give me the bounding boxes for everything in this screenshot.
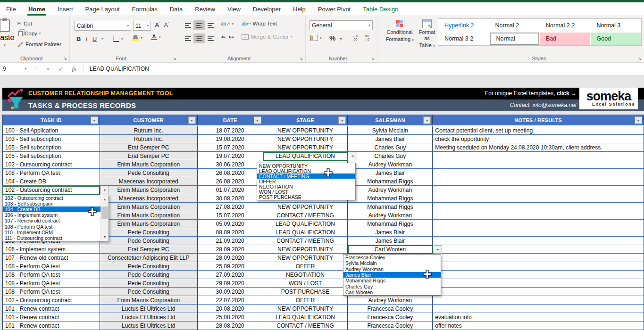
cell-date[interactable]: 27.08.2020 <box>198 203 263 211</box>
top-align-button[interactable] <box>182 20 193 30</box>
cell-salesman[interactable]: Charles Guy <box>348 143 433 152</box>
dropdown-option-103-sell-subscription[interactable]: 103 - Sell subscription <box>3 201 100 206</box>
cell-salesman[interactable]: Charles Guy <box>348 152 433 160</box>
cell-date[interactable]: 18.07.2020 <box>198 126 263 135</box>
conditional-formatting-button[interactable]: Conditional Formatting ▾ <box>384 19 415 43</box>
cell-stage[interactable]: LEAD QUALIFICATION <box>263 228 348 237</box>
cell-date[interactable]: 15.07.2020 <box>198 211 263 220</box>
dropdown-option-won-lost[interactable]: WON / LOST <box>257 190 355 195</box>
cell-stage[interactable]: NEW OPPORTUNITY <box>263 143 348 152</box>
cell-date[interactable]: 08.09.2020 <box>198 228 263 237</box>
cell-salesman[interactable]: Francesca Cooley <box>348 313 433 322</box>
cell-salesman[interactable]: Audrey Workman <box>348 211 433 220</box>
shrink-font-button[interactable]: Aˇ <box>164 22 169 28</box>
cell-salesman[interactable]: Mohammad Riggs <box>348 194 433 203</box>
scroll-down-icon[interactable]: ▼ <box>101 233 109 241</box>
paste-button[interactable]: Paste ▾ <box>0 19 16 47</box>
cell-date[interactable]: 25.09.2020 <box>198 262 263 271</box>
cell-stage[interactable]: WON / LOST <box>263 279 348 288</box>
dropdown-option-108-perform-qa-test[interactable]: 108 - Perform QA test <box>3 223 100 229</box>
cell-customer[interactable]: Maecenas Incorporated <box>100 177 198 186</box>
accounting-format-button[interactable]: ▾ <box>310 35 322 41</box>
cell-stage[interactable]: NEGOTIATION <box>263 271 348 279</box>
cell-customer[interactable]: Erat Semper PC <box>100 143 198 152</box>
cell-date[interactable]: 30.08.2020 <box>198 194 263 203</box>
cell-notes[interactable] <box>433 160 644 169</box>
cell-customer[interactable]: Erat Semper PC <box>100 245 198 254</box>
cell-style-normal-2-2[interactable]: Normal 2 2 <box>540 19 590 32</box>
someka-logo[interactable]: someka Excel Solutions <box>579 88 638 109</box>
ribbon-tab-insert[interactable]: Insert <box>51 2 79 16</box>
dropdown-option-charles-guy[interactable]: Charles Guy <box>343 283 441 289</box>
dropdown-option-110-implement-crm[interactable]: 110 - Implement CRM <box>3 230 100 235</box>
cell-stage[interactable]: NEW OPPORTUNITY <box>263 254 348 262</box>
enter-button[interactable]: ✓ <box>54 66 68 73</box>
ribbon-tab-power-pivot[interactable]: Power Pivot <box>312 2 357 16</box>
format-painter-button[interactable]: Format Painter <box>17 41 61 47</box>
cell-salesman[interactable]: Audrey Workman <box>348 160 433 169</box>
cell-task-id[interactable]: 101 - Renew contract <box>3 322 100 330</box>
cell-date[interactable]: 27.09.2020 <box>198 271 263 279</box>
dropdown-option-francesca-cooley[interactable]: Francesca Cooley <box>343 255 441 260</box>
cell-date[interactable]: 22.07.2020 <box>198 296 263 305</box>
cell-notes[interactable] <box>433 152 644 160</box>
dropdown-option-106-implement-system[interactable]: 106 - Implement system <box>3 212 100 218</box>
dropdown-option-mohammad-riggs[interactable]: Mohammad Riggs <box>343 278 441 283</box>
cell-date[interactable]: 28.08.2020 <box>198 322 263 330</box>
cell-salesman[interactable]: Audrey Workman <box>348 186 433 194</box>
cell-style-good[interactable]: Good <box>591 33 641 45</box>
cell-notes[interactable] <box>433 271 644 279</box>
fill-color-button[interactable]: ▾ <box>132 35 142 41</box>
cell-customer[interactable]: Pede Consulting <box>100 262 198 271</box>
cell-task-id[interactable]: 108 - Perform QA test <box>3 279 100 288</box>
scrollbar[interactable]: ▲ ▼ <box>100 195 109 241</box>
cell-notes[interactable] <box>433 220 644 228</box>
bottom-align-button[interactable] <box>205 20 216 30</box>
dropdown-option-lead-qualification[interactable]: LEAD QUALIFICATION <box>257 168 355 173</box>
cell-date[interactable]: 28.09.2020 <box>198 245 263 254</box>
grow-font-button[interactable]: Aˆ <box>155 21 160 29</box>
filter-button-notes[interactable]: ▼ <box>635 116 642 124</box>
cell-stage[interactable]: LEAD QUALIFICATION <box>263 220 348 228</box>
ribbon-tab-file[interactable]: File <box>0 2 22 16</box>
cancel-button[interactable]: × <box>42 66 54 73</box>
cell-stage[interactable]: LEAD QUALIFICATION <box>263 152 348 160</box>
cell-stage[interactable]: CONTACT / MEETING <box>263 322 348 330</box>
cell-date[interactable]: 26.08.2020 <box>198 177 263 186</box>
copy-button[interactable]: Copy ▾ <box>17 31 41 36</box>
cell-customer[interactable]: Enim Mauris Corporation <box>100 203 198 211</box>
filter-button-date[interactable]: ▼ <box>254 116 261 124</box>
middle-align-button[interactable] <box>193 20 205 30</box>
cell-customer[interactable]: Pede Consulting <box>100 288 198 296</box>
cell-customer[interactable]: Enim Mauris Corporation <box>100 211 198 220</box>
cell-notes[interactable] <box>433 177 644 186</box>
borders-button[interactable]: ▾ <box>113 36 123 42</box>
font-color-button[interactable]: A ▾ <box>151 34 161 40</box>
cell-style-normal-2[interactable]: Normal 2 <box>490 19 540 32</box>
cell-notes[interactable] <box>433 305 644 313</box>
cell-stage[interactable]: NEW OPPORTUNITY <box>263 245 348 254</box>
cell-task-id[interactable]: 108 - Perform QA test <box>3 262 100 271</box>
cell-task-id[interactable]: 100 - Sell Application <box>3 126 100 135</box>
cell-notes[interactable] <box>433 194 644 203</box>
ribbon-tab-page-layout[interactable]: Page Layout <box>79 2 126 16</box>
cell-salesman[interactable]: Sylvia Mcclain <box>348 126 433 135</box>
filter-button-salesman[interactable]: ▼ <box>423 116 431 124</box>
name-box[interactable]: 9 ▾ <box>0 63 29 75</box>
dropdown-option-negotiation[interactable]: NEGOTIATION <box>257 184 355 190</box>
cell-date[interactable]: 21.09.2020 <box>198 237 263 245</box>
cell-customer[interactable]: Maecenas Incorporated <box>100 194 198 203</box>
dropdown-option-post-purchase[interactable]: POST PURCHASE <box>257 195 355 200</box>
format-as-table-button[interactable]: Format as Table ▾ <box>416 19 438 49</box>
dropdown-option-111-outsourcing-contract[interactable]: 111 - Outsourcing contract <box>3 235 100 241</box>
dropdown-option-audrey-workman[interactable]: Audrey Workman <box>343 266 441 272</box>
cell-notes[interactable] <box>433 203 644 211</box>
chevron-down-icon[interactable]: ▾ <box>101 37 103 41</box>
decrease-decimal-button[interactable]: .00→.0 <box>363 34 369 41</box>
cell-salesman[interactable]: Francesca Cooley <box>348 305 433 313</box>
align-left-button[interactable] <box>182 33 193 43</box>
cell-notes[interactable] <box>433 237 644 245</box>
cell-date[interactable]: 20.08.2020 <box>198 305 263 313</box>
percent-style-button[interactable]: % <box>329 34 335 42</box>
filter-button-customer[interactable]: ▼ <box>188 116 196 124</box>
